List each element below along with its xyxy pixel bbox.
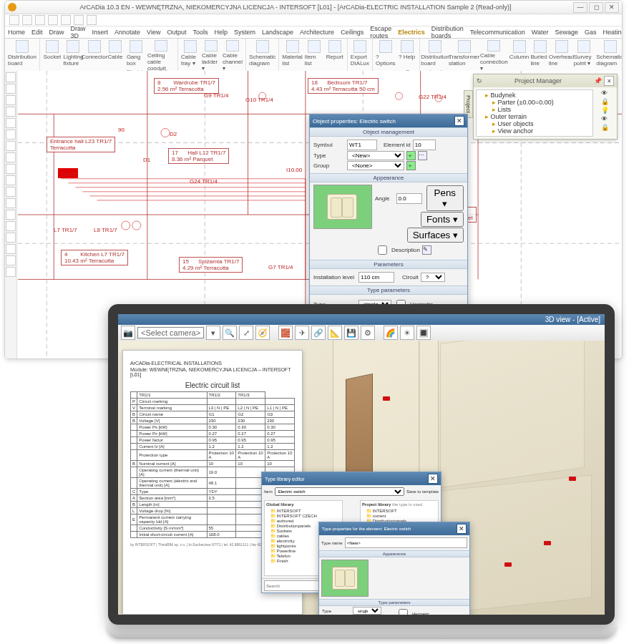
ribbon-tab[interactable]: View — [147, 29, 160, 36]
ribbon-button[interactable]: Cable — [106, 40, 125, 72]
d3-hermetic-cb[interactable] — [399, 609, 408, 618]
ribbon-button[interactable]: ? Options — [376, 40, 396, 72]
vtool-icon[interactable] — [6, 95, 16, 105]
dlg2-close-button[interactable]: ✕ — [428, 474, 438, 484]
ribbon-button[interactable]: Item list — [305, 40, 323, 72]
ribbon-button[interactable]: Overhead line — [552, 40, 572, 72]
lock-icon[interactable]: 🔒 — [601, 98, 608, 105]
vtool-icon[interactable] — [6, 164, 16, 174]
ribbon-button[interactable]: Cable channel ▾ — [223, 40, 243, 72]
qat-redo-icon[interactable] — [61, 15, 71, 25]
ribbon-tab[interactable]: Ceilings — [341, 29, 364, 36]
ribbon-button[interactable]: ? Help — [398, 40, 416, 72]
view3d-icon-9[interactable]: ⚙ — [361, 326, 375, 340]
vtool-icon[interactable] — [6, 221, 16, 231]
camera-dropdown-icon[interactable]: ▾ — [206, 326, 220, 340]
vtool-icon[interactable] — [6, 187, 16, 197]
pm-refresh-icon[interactable]: ↻ — [477, 77, 482, 84]
ribbon-tab[interactable]: System — [234, 29, 255, 36]
vtool-icon[interactable] — [6, 130, 16, 140]
ribbon-button[interactable]: Ceiling cable conduit — [147, 40, 175, 72]
bulb-icon[interactable]: 💡 — [601, 107, 608, 114]
circuit-select[interactable]: ? — [421, 273, 445, 282]
ribbon-tab[interactable]: Electrics — [398, 29, 425, 36]
tree-node[interactable]: BudynekParter (±0.00=0.00)Lists — [485, 92, 591, 113]
view3d-icon-5[interactable]: ✈ — [295, 326, 309, 340]
ribbon-tab[interactable]: Home — [8, 29, 25, 36]
view3d-icon-11[interactable]: ☀ — [400, 326, 414, 340]
vtool-icon[interactable] — [6, 152, 16, 162]
library-node[interactable]: INTERSOFT CZECH — [270, 513, 341, 518]
ribbon-tab[interactable]: Heating — [603, 29, 623, 36]
vtool-icon[interactable] — [6, 72, 16, 82]
tree-node[interactable]: View anchor — [492, 127, 591, 135]
ribbon-tab[interactable]: Tools — [193, 29, 208, 36]
ribbon-button[interactable]: Column — [510, 40, 529, 72]
view3d-icon-10[interactable]: 🌈 — [384, 326, 398, 340]
lock-icon[interactable]: 🔒 — [601, 124, 608, 131]
pm-pin-icon[interactable]: 📌 — [594, 77, 602, 84]
install-level-input[interactable] — [358, 272, 394, 283]
ribbon-tab[interactable]: Annotate — [114, 29, 140, 36]
vtool-icon[interactable] — [6, 244, 16, 254]
ribbon-button[interactable]: Export DIALux — [351, 40, 369, 72]
ribbon-button[interactable]: Schematic diagram — [596, 40, 622, 72]
ribbon-tab[interactable]: Draw 3D — [71, 25, 86, 39]
vtool-icon[interactable] — [6, 84, 16, 94]
ribbon-button[interactable]: Cable connection ▾ — [480, 40, 507, 72]
vtool-icon[interactable] — [6, 267, 16, 277]
view3d-icon-4[interactable]: 🧱 — [278, 326, 293, 340]
fonts-button[interactable]: Fonts ▾ — [421, 212, 464, 227]
camera-icon[interactable]: 📷 — [121, 326, 135, 340]
ribbon-button[interactable]: Distribution board — [8, 40, 36, 72]
vtool-icon[interactable] — [6, 118, 16, 128]
qat-save-icon[interactable] — [35, 15, 45, 25]
close-button[interactable]: ✕ — [605, 2, 619, 13]
dlg3-close-button[interactable]: ✕ — [457, 524, 467, 534]
ribbon-tab[interactable]: Water — [532, 29, 549, 36]
view3d-icon-1[interactable]: 🔍 — [223, 326, 237, 340]
vtool-icon[interactable] — [6, 107, 16, 117]
ribbon-button[interactable]: Transformer station — [450, 40, 478, 72]
qat-more-icon[interactable] — [87, 15, 97, 25]
typename-input[interactable] — [345, 537, 467, 548]
group-add-button[interactable]: ＋ — [406, 161, 416, 170]
view3d-icon-3[interactable]: 🧭 — [255, 326, 270, 340]
description-checkbox[interactable] — [378, 245, 387, 255]
ribbon-button[interactable]: Connector — [85, 40, 104, 72]
tree-node[interactable]: Parter (±0.00=0.00) — [492, 99, 591, 106]
pm-close-button[interactable]: ✕ — [604, 76, 614, 86]
type-browse-button[interactable]: ⋯ — [418, 151, 427, 160]
eye-icon[interactable]: 👁 — [601, 115, 608, 122]
library-node[interactable]: INTERSOFT — [270, 508, 341, 513]
view3d-icon-2[interactable]: ⤢ — [239, 326, 253, 340]
ribbon-button[interactable]: Material list — [282, 40, 302, 72]
ribbon-tab[interactable]: Distribution boards — [431, 25, 464, 39]
ribbon-button[interactable]: Cable tray ▾ — [181, 40, 200, 72]
dlg2-item-select[interactable]: Electric switch — [275, 487, 404, 496]
ribbon-tab[interactable]: Telecommunication — [470, 29, 525, 36]
camera-select[interactable]: <Select camera> — [137, 327, 204, 338]
symbol-input[interactable] — [347, 140, 377, 150]
ribbon-tab[interactable]: Insert — [92, 29, 109, 36]
view3d-icon-6[interactable]: 🔗 — [311, 326, 326, 340]
library-node[interactable]: current — [366, 513, 436, 518]
ribbon-tab[interactable]: Architecture — [300, 29, 334, 36]
qat-undo-icon[interactable] — [48, 15, 58, 25]
pens-button[interactable]: Pens ▾ — [426, 185, 464, 211]
tree-node[interactable]: User objects — [492, 120, 591, 127]
qat-new-icon[interactable] — [9, 15, 19, 25]
tree-node[interactable]: Outer terrainUser objectsView anchor — [485, 113, 591, 135]
vtool-icon[interactable] — [6, 233, 16, 243]
elementid-input[interactable] — [413, 140, 436, 150]
ribbon-tab[interactable]: Help — [215, 29, 228, 36]
surfaces-button[interactable]: Surfaces ▾ — [407, 228, 464, 243]
ribbon-tab[interactable]: Landscape — [262, 29, 293, 36]
description-edit-icon[interactable]: ✎ — [422, 245, 431, 255]
ribbon-button[interactable]: Report — [326, 40, 344, 72]
ribbon-button[interactable]: Cable ladder ▾ — [202, 40, 220, 72]
minimize-button[interactable]: — — [573, 2, 587, 13]
ribbon-button[interactable]: Socket — [43, 40, 62, 72]
vtool-icon[interactable] — [6, 210, 16, 220]
library-node[interactable]: INTERSOFT — [366, 508, 436, 513]
